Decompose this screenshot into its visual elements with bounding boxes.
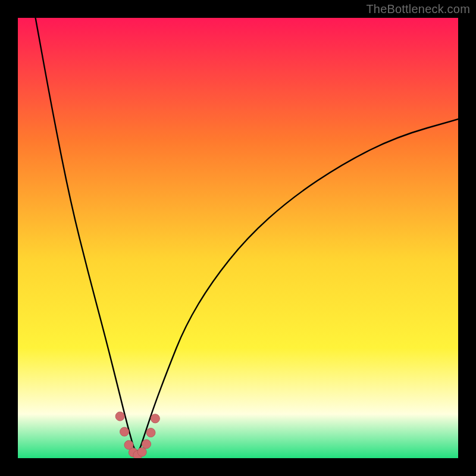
trough-marker bbox=[120, 427, 129, 436]
watermark-text: TheBottleneck.com bbox=[366, 2, 470, 16]
trough-marker bbox=[151, 414, 159, 423]
chart-stage: TheBottleneck.com bbox=[0, 0, 476, 476]
trough-marker bbox=[142, 440, 151, 449]
bottleneck-chart bbox=[0, 0, 476, 476]
plot-background bbox=[18, 18, 458, 458]
trough-marker bbox=[137, 447, 146, 456]
trough-marker bbox=[115, 412, 124, 421]
trough-marker bbox=[146, 428, 155, 437]
